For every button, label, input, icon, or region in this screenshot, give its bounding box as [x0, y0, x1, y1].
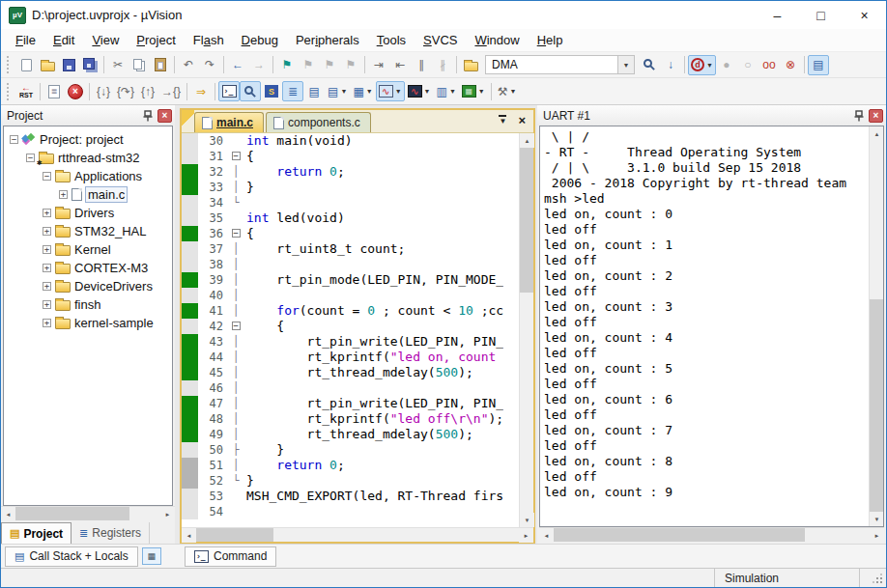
insert-breakpoint-icon[interactable]: ●	[716, 55, 737, 75]
tab-command[interactable]: ›_ Command	[185, 546, 276, 567]
pin-icon[interactable]	[852, 109, 866, 123]
editor-close-icon[interactable]: ×	[518, 113, 526, 127]
minimize-button[interactable]: –	[756, 1, 799, 29]
tree-item-rtthread-stm32[interactable]: −rtthread-stm32	[4, 149, 172, 167]
tree-item-applications[interactable]: −Applications	[4, 167, 172, 185]
clear-bookmarks-icon[interactable]: ⚑	[340, 55, 361, 75]
scroll-right-icon[interactable]: ►	[160, 507, 175, 521]
scrollbar-thumb[interactable]	[15, 507, 129, 520]
prev-bookmark-icon[interactable]: ⚑	[298, 55, 319, 75]
redo-icon[interactable]: ↷	[199, 55, 220, 75]
fold-margin[interactable]: −	[229, 226, 243, 241]
tree-expander-icon[interactable]: +	[43, 282, 51, 291]
memory-window-icon[interactable]: ▦▼	[350, 81, 375, 101]
step-over-icon[interactable]: {↷}	[114, 81, 137, 101]
tab-main-c[interactable]: main.c	[194, 112, 264, 132]
menu-svcs[interactable]: SVCS	[415, 30, 466, 50]
uart-vscrollbar[interactable]: ▲ ▼	[869, 126, 883, 526]
save-icon[interactable]	[58, 55, 79, 75]
open-file-icon[interactable]	[37, 55, 58, 75]
enable-breakpoint-icon[interactable]: ○	[737, 55, 758, 75]
tree-expander-icon[interactable]: −	[43, 172, 51, 181]
copy-icon[interactable]	[129, 55, 150, 75]
run-to-cursor-icon[interactable]: →{}	[158, 81, 184, 101]
debug-settings-icon[interactable]: ⚒▼	[495, 81, 520, 101]
menu-peripherals[interactable]: Peripherals	[287, 30, 368, 50]
menu-debug[interactable]: Debug	[233, 30, 287, 50]
tab-components-c[interactable]: components.c	[266, 112, 371, 132]
command-window-toggle-icon[interactable]: ›_	[218, 81, 240, 101]
project-tree-body[interactable]: −Project: project−rtthread-stm32−Applica…	[3, 126, 173, 506]
next-bookmark-icon[interactable]: ⚑	[319, 55, 340, 75]
tree-item-kernel[interactable]: +Kernel	[4, 240, 172, 259]
show-next-statement-icon[interactable]: ⇒	[190, 81, 212, 101]
tree-expander-icon[interactable]: +	[43, 319, 51, 327]
menu-flash[interactable]: Flash	[185, 30, 233, 50]
menu-view[interactable]: View	[83, 30, 128, 50]
project-tree-hscrollbar[interactable]: ◄ ►	[1, 506, 175, 520]
tree-expander-icon[interactable]: +	[43, 209, 51, 217]
maximize-button[interactable]: □	[799, 1, 843, 29]
scrollbar-thumb[interactable]	[196, 528, 273, 542]
scrollbar-thumb[interactable]	[520, 148, 533, 293]
paste-icon[interactable]	[150, 55, 171, 75]
close-button[interactable]: ×	[843, 1, 886, 29]
code-editor-text[interactable]: 30int main(void)31−{32│ return 0;33│}34└…	[182, 133, 519, 527]
disassembly-window-toggle-icon[interactable]	[240, 81, 261, 101]
callstack-window-toggle-icon[interactable]: ▤	[303, 81, 325, 101]
system-viewer-icon[interactable]: ▥▼	[434, 81, 459, 101]
registers-window-toggle-icon[interactable]: ≣	[282, 81, 303, 101]
reset-cpu-icon[interactable]: RST	[15, 81, 37, 101]
resize-grip[interactable]	[859, 569, 886, 587]
cut-icon[interactable]: ✂	[107, 55, 129, 75]
fold-margin[interactable]: −	[229, 149, 243, 164]
menu-project[interactable]: Project	[128, 30, 184, 50]
menu-tools[interactable]: Tools	[368, 30, 415, 50]
scroll-down-icon[interactable]: ▼	[520, 513, 534, 527]
stop-icon[interactable]: ×	[65, 81, 86, 101]
tree-item-drivers[interactable]: +Drivers	[4, 204, 172, 222]
tree-item-kernel-sample[interactable]: +kernel-sample	[4, 314, 172, 332]
tree-item-main-c[interactable]: +main.c	[4, 185, 172, 204]
scroll-right-icon[interactable]: ►	[519, 528, 533, 543]
document-list-icon[interactable]: ▼	[499, 115, 506, 126]
toolbox-icon[interactable]: ▦▼	[459, 81, 488, 101]
scroll-left-icon[interactable]: ◄	[182, 528, 196, 543]
tree-item-finsh[interactable]: +finsh	[4, 295, 172, 314]
tab-registers[interactable]: ≣Registers	[72, 522, 150, 544]
tree-expander-icon[interactable]: −	[26, 154, 35, 162]
toolbar-grip[interactable]	[7, 56, 12, 73]
save-all-icon[interactable]	[79, 55, 100, 75]
combo-dropdown-icon[interactable]: ▼	[618, 55, 635, 74]
tab-project[interactable]: ▤Project	[1, 522, 72, 544]
serial-window-icon[interactable]: ∿▼	[376, 81, 405, 101]
disable-all-breakpoints-icon[interactable]: oo	[758, 55, 780, 75]
scroll-up-icon[interactable]: ▲	[870, 126, 884, 141]
uncomment-icon[interactable]: ∦	[432, 55, 453, 75]
tree-expander-icon[interactable]: +	[43, 245, 51, 254]
new-file-icon[interactable]	[15, 55, 37, 75]
menu-edit[interactable]: Edit	[44, 30, 83, 50]
navigate-forward-icon[interactable]: →	[248, 55, 270, 75]
tree-expander-icon[interactable]: +	[43, 264, 51, 272]
fold-margin[interactable]: −	[229, 319, 243, 334]
tree-item-project-project[interactable]: −Project: project	[4, 130, 172, 149]
start-stop-debug-session-icon[interactable]: d▼	[688, 55, 716, 75]
menu-file[interactable]: File	[7, 30, 44, 50]
tree-expander-icon[interactable]: +	[43, 300, 51, 309]
kill-all-breakpoints-icon[interactable]: ⊗	[780, 55, 801, 75]
indent-icon[interactable]: ⇥	[368, 55, 389, 75]
toolbar-grip[interactable]	[7, 83, 12, 100]
tree-item-stm32-hal[interactable]: +STM32_HAL	[4, 222, 172, 240]
scroll-left-icon[interactable]: ◄	[1, 507, 15, 521]
tree-expander-icon[interactable]: −	[10, 135, 18, 144]
symbols-window-toggle-icon[interactable]: S	[261, 81, 282, 101]
keyboard-icon[interactable]: ▦	[142, 547, 161, 565]
comment-icon[interactable]: ∥	[411, 55, 432, 75]
menu-help[interactable]: Help	[529, 30, 572, 50]
tree-expander-icon[interactable]: +	[59, 190, 68, 199]
analysis-window-icon[interactable]: ∿▼	[405, 81, 434, 101]
tree-item-devicedrivers[interactable]: +DeviceDrivers	[4, 277, 172, 295]
uart-hscrollbar[interactable]: ◄ ►	[539, 527, 884, 542]
scroll-down-icon[interactable]: ▼	[870, 512, 884, 526]
